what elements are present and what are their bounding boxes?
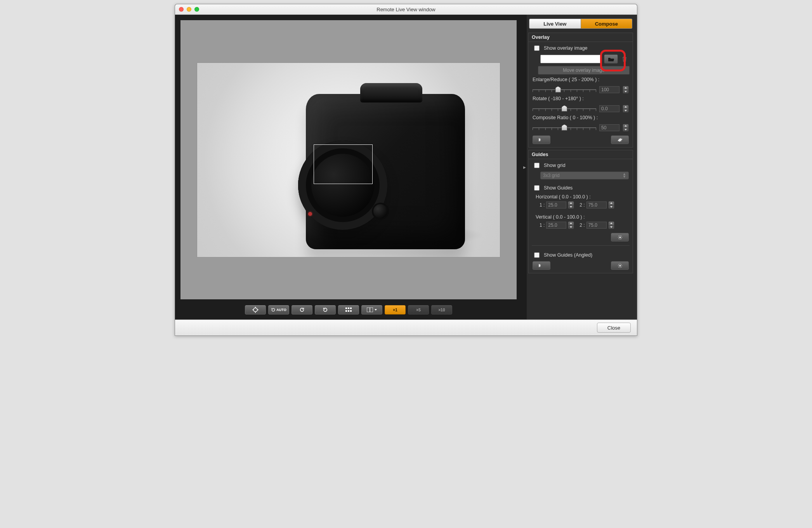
composite-ratio-slider[interactable] [533,124,596,131]
trash-icon [622,56,627,62]
rotate-slider[interactable] [533,105,596,112]
svg-point-14 [619,236,621,238]
horizontal-guide-1[interactable] [546,201,566,208]
enlarge-reduce-stepper[interactable] [623,86,629,94]
rotate-value[interactable] [599,105,619,112]
window-minimize-button[interactable] [187,7,191,12]
show-grid-input[interactable] [534,163,540,168]
overlay-image-path-field[interactable] [540,55,602,63]
delete-overlay-button[interactable] [620,55,629,63]
rotate-cw-button[interactable] [315,305,336,314]
close-button[interactable]: Close [597,323,631,333]
overlay-panel-title: Overlay [529,33,633,42]
show-guides-checkbox[interactable]: Show Guides [533,184,629,192]
reset-icon [538,137,545,142]
composite-ratio-label: Composite Ratio ( 0 - 100% ) : [529,113,633,120]
h1-label: 1 : [540,202,545,208]
svg-point-0 [253,308,257,312]
vertical-guide-2-stepper[interactable] [608,221,614,229]
composite-ratio-stepper[interactable] [623,124,629,132]
vertical-guide-1[interactable] [546,222,566,229]
horizontal-guide-1-stepper[interactable] [568,201,574,209]
zoom-x10-button[interactable]: ×10 [431,305,452,314]
guides-panel: Guides Show grid 3x3 grid ▲▼ [528,150,633,273]
horizontal-guide-2-stepper[interactable] [608,201,614,209]
reset-icon [538,263,545,268]
focus-rectangle[interactable] [314,144,373,184]
show-guides-angled-label: Show Guides (Angled) [544,252,592,258]
viewer-toolbar: AUTO [180,302,517,317]
titlebar: Remote Live View window [175,4,637,15]
show-guides-label: Show Guides [544,185,573,191]
enlarge-reduce-label: Enlarge/Reduce ( 25 - 200% ) : [529,75,633,82]
show-guides-angled-input[interactable] [534,252,540,258]
composite-ratio-value[interactable] [599,124,619,131]
overlay-settings-button[interactable] [611,135,629,144]
gear-icon [618,235,623,240]
overlay-panel: Overlay Show overlay image [528,33,633,148]
guides-angled-settings-button[interactable] [611,261,629,270]
select-updown-icon: ▲▼ [623,173,626,178]
show-grid-checkbox[interactable]: Show grid [533,162,629,169]
show-guides-angled-checkbox[interactable]: Show Guides (Angled) [533,251,629,259]
window-close-button[interactable] [179,7,184,12]
guides-panel-title: Guides [529,150,633,159]
zoom-x1-button[interactable]: ×1 [385,305,406,314]
grid-type-value: 3x3 grid [543,173,560,178]
tab-compose[interactable]: Compose [581,19,633,29]
svg-rect-6 [348,307,349,309]
chevron-down-icon [375,309,377,311]
tab-live-view[interactable]: Live View [529,19,581,29]
enlarge-reduce-slider[interactable] [533,86,596,93]
vertical-range-label: Vertical ( 0.0 - 100.0 ) : [529,212,633,220]
show-overlay-checkbox[interactable]: Show overlay image [533,44,629,52]
svg-point-16 [619,265,621,266]
sidebar-collapse-toggle[interactable]: ▶ [522,15,527,320]
v2-label: 2 : [580,222,585,228]
svg-rect-5 [345,307,347,309]
show-overlay-label: Show overlay image [544,45,588,51]
guides-angled-reset-button[interactable] [533,261,550,270]
auto-rotate-button[interactable]: AUTO [268,305,289,314]
grid-view-button[interactable] [338,305,359,314]
show-guides-input[interactable] [534,185,540,191]
live-view-image[interactable] [197,63,500,257]
svg-rect-10 [350,310,352,312]
svg-rect-9 [348,310,349,312]
horizontal-guide-2[interactable] [586,201,607,208]
rotate-label: Rotate ( -180 - +180° ) : [529,94,633,101]
h2-label: 2 : [580,202,585,208]
zoom-x5-button[interactable]: ×5 [408,305,429,314]
remote-live-view-window: Remote Live View window [175,4,637,336]
footer: Close [175,320,637,335]
svg-rect-7 [350,307,352,309]
horizontal-range-label: Horizontal ( 0.0 - 100.0 ) : [529,192,633,200]
show-overlay-input[interactable] [534,45,540,51]
guides-settings-button[interactable] [611,233,629,241]
viewer-background [180,20,517,299]
vertical-guide-1-stepper[interactable] [568,221,574,229]
center-focus-button[interactable] [245,305,266,314]
move-overlay-button[interactable]: Move overlay image [538,66,630,75]
gear-icon [618,137,623,142]
v1-label: 1 : [540,222,545,228]
split-view-button[interactable] [361,305,382,314]
rotate-ccw-button[interactable] [291,305,312,314]
open-overlay-image-button[interactable] [604,54,618,64]
folder-open-icon [608,57,614,61]
vertical-guide-2[interactable] [586,222,607,229]
gear-icon [618,263,623,268]
enlarge-reduce-value[interactable] [599,86,619,93]
rotate-stepper[interactable] [623,105,629,113]
grid-type-select[interactable]: 3x3 grid ▲▼ [540,172,629,179]
window-title: Remote Live View window [175,7,637,12]
overlay-reset-button[interactable] [533,135,550,144]
svg-rect-8 [345,310,347,312]
viewer-area: AUTO [175,15,522,320]
show-grid-label: Show grid [544,163,566,168]
window-zoom-button[interactable] [194,7,199,12]
